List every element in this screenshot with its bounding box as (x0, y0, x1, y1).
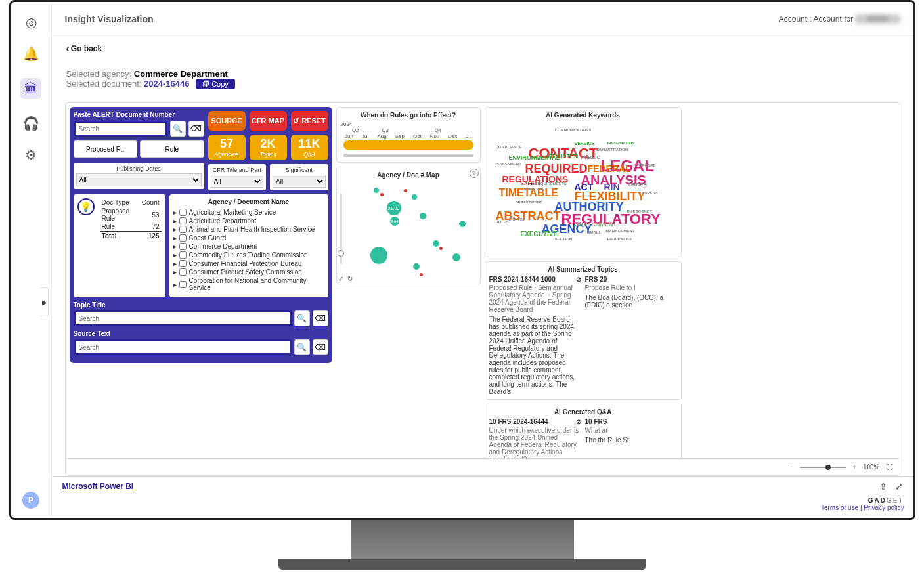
agency-check-item[interactable]: ▸Agricultural Marketing Service (173, 208, 324, 217)
help-icon[interactable]: ? (470, 169, 479, 178)
agency-check-item[interactable]: ▸Animal and Plant Health Inspection Serv… (173, 225, 324, 234)
zoom-out-icon[interactable]: − (789, 463, 793, 471)
org-icon[interactable]: 🏛 (20, 78, 41, 99)
avatar[interactable]: P (22, 492, 39, 509)
keyword[interactable]: COMMUNICATIONS (555, 128, 592, 132)
keyword[interactable]: ASSESSMENT (495, 162, 521, 166)
fullscreen-icon[interactable]: ⛶ (887, 463, 893, 471)
refresh-icon[interactable]: ↻ (347, 275, 353, 282)
powerbi-link[interactable]: Microsoft Power BI (62, 482, 134, 491)
rule-toggle[interactable]: Rule (140, 140, 204, 158)
keyword[interactable]: ADMINISTRATION (594, 148, 628, 152)
keyword[interactable]: FEDERALISM (607, 237, 633, 241)
headset-icon[interactable]: 🎧 (24, 116, 38, 131)
keyword[interactable]: GOVERNMENT (575, 221, 617, 228)
keyword[interactable]: EMERGENCY (627, 209, 653, 213)
agency-checklist[interactable]: ▸Agricultural Marketing Service▸Agricult… (173, 208, 324, 293)
alert-doc-label: Paste ALERT Document Number (74, 111, 204, 118)
agency-check-item[interactable]: ▸Coast Guard (173, 234, 324, 242)
keyword[interactable]: REGISTER (548, 153, 579, 160)
expand-icon[interactable]: ⤢ (895, 481, 903, 492)
keyword[interactable]: EXECUTIVE (521, 230, 558, 238)
agency-check-item[interactable]: ▸Defense Acquisition Regulations System (173, 292, 324, 293)
page-title: Insight Visualization (65, 14, 154, 24)
sidebar-nav: ◎ 🔔 🏛 🎧 ⚙ P (11, 2, 52, 518)
zoom-slider[interactable] (340, 194, 342, 264)
keyword[interactable]: PROPOSED (634, 163, 656, 167)
logo-icon[interactable]: ◎ (24, 15, 38, 30)
source-button[interactable]: SOURCE (208, 111, 246, 131)
agency-check-item[interactable]: ▸Commerce Department (173, 242, 324, 251)
topic-title-clear-icon[interactable]: ⌫ (313, 310, 328, 326)
filter-panel: Paste ALERT Document Number 🔍 ⌫ Proposed… (70, 107, 332, 363)
bell-icon[interactable]: 🔔 (24, 47, 38, 61)
source-text-input[interactable] (74, 339, 292, 355)
agency-check-item[interactable]: ▸Consumer Product Safety Commission (173, 268, 324, 276)
alert-doc-search-icon[interactable]: 🔍 (170, 121, 186, 137)
source-text-clear-icon[interactable]: ⌫ (313, 339, 328, 355)
network-card: Agency / Doc # Map ? 21.00 3.04 (336, 167, 481, 284)
keyword[interactable]: SMALL (588, 230, 602, 234)
topics-card: AI Summarized Topics FRS 2024-16444 1000… (485, 261, 682, 400)
bulb-icon: 💡 (77, 198, 95, 215)
qna-card: AI Generated Q&A 10 FRS 2024-16444⊘ Unde… (485, 404, 682, 458)
report-footer: − + 100% ⛶ (66, 458, 900, 475)
expand-icon[interactable]: ⤢ (338, 275, 343, 282)
agency-check-item[interactable]: ▸Corporation for National and Community … (173, 276, 324, 292)
timeline-slider[interactable] (343, 154, 473, 157)
keyword[interactable]: RULES (496, 220, 509, 224)
cfr-map-button[interactable]: CFR MAP (250, 111, 287, 131)
agency-doc-heading: Agency / Document Name (173, 198, 324, 205)
brand-logo: GADGET (868, 497, 904, 504)
info-icon[interactable]: ⊘ (576, 418, 581, 425)
keyword[interactable]: SERVICE (575, 141, 595, 146)
cfr-select[interactable]: All (211, 175, 264, 188)
network-graph[interactable]: 21.00 3.04 (341, 181, 476, 280)
timeline-card: When do Rules go into Effect? 2024Q2Q3Q4… (336, 107, 481, 163)
reset-button[interactable]: ↺ RESET (291, 111, 328, 131)
agency-check-item[interactable]: ▸Agriculture Department (173, 217, 324, 225)
keyword[interactable]: COMPLIANCE (496, 145, 522, 149)
timeline-bar[interactable] (343, 140, 473, 150)
topic-title-input[interactable] (74, 310, 292, 326)
zoom-in-icon[interactable]: + (852, 463, 856, 471)
keyword[interactable]: MANAGEMENT (606, 229, 635, 233)
dates-select[interactable]: All (76, 173, 202, 186)
proposed-rule-toggle[interactable]: Proposed R.. (74, 140, 138, 158)
keyword[interactable]: ENERGY (509, 217, 525, 221)
privacy-link[interactable]: Privacy policy (864, 504, 904, 511)
keyword[interactable]: PUBLIC (581, 154, 601, 160)
significant-select[interactable]: All (273, 175, 326, 188)
share-icon[interactable]: ⇪ (879, 481, 887, 492)
agency-check-item[interactable]: ▸Consumer Financial Protection Bureau (173, 259, 324, 268)
source-text-search-icon[interactable]: 🔍 (294, 339, 310, 355)
agency-check-item[interactable]: ▸Commodity Futures Trading Commission (173, 251, 324, 259)
info-icon[interactable]: ⊘ (576, 276, 581, 283)
keyword[interactable]: SECTION (555, 237, 573, 241)
alert-doc-input[interactable] (74, 121, 167, 137)
copy-button[interactable]: 🗐 Copy (196, 79, 235, 89)
keywords-card: AI Generated Keywords CONTACTLEGALREQUIR… (485, 107, 682, 257)
settings-icon[interactable]: ⚙ (24, 148, 38, 162)
keyword[interactable]: INFORMATION (607, 141, 635, 145)
keyword[interactable]: DEPARTMENT (516, 200, 542, 204)
expand-handle[interactable]: ▶ (41, 288, 49, 316)
go-back-link[interactable]: Go back (66, 43, 102, 54)
keyword[interactable]: ADDRESS (639, 191, 658, 195)
keyword[interactable]: CONTROL (525, 187, 545, 191)
account-label: Account : Account for XXXX (779, 14, 900, 24)
alert-doc-clear-icon[interactable]: ⌫ (188, 121, 204, 137)
topic-title-search-icon[interactable]: 🔍 (294, 310, 310, 326)
keyword[interactable]: ORDER (628, 182, 648, 188)
terms-link[interactable]: Terms of use (821, 504, 858, 511)
keyword[interactable]: REQUIREMENTS (535, 182, 567, 186)
zoom-slider-footer[interactable] (800, 467, 846, 468)
